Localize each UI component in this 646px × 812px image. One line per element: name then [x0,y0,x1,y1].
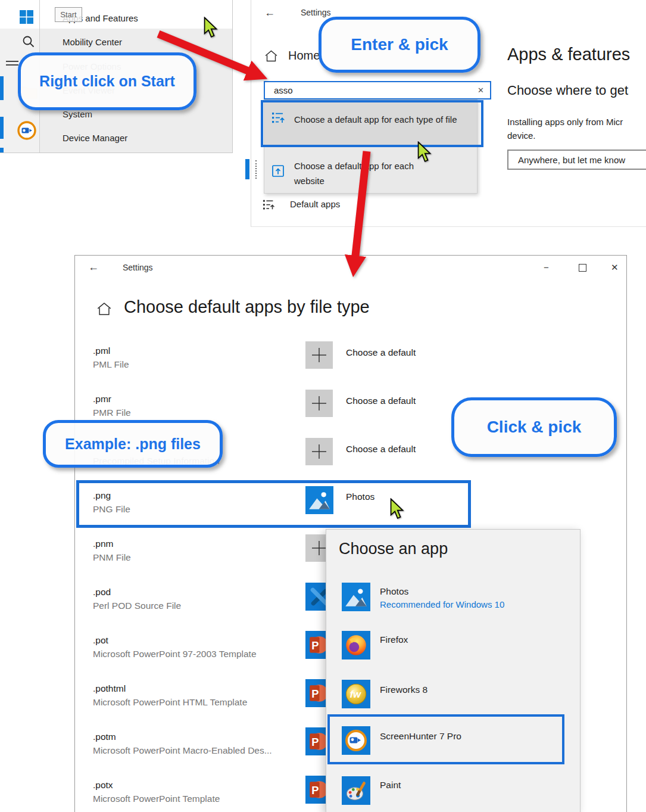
choose-default-button[interactable] [305,438,333,465]
app-option-photos-note: Recommended for Windows 10 [380,599,504,609]
back-arrow[interactable]: ← [264,7,275,19]
close-button[interactable]: ✕ [611,262,619,273]
app-option-paint[interactable]: Paint [380,780,401,791]
callout-right-click-start: Right click on Start [18,52,196,110]
menu-item-system[interactable]: System [63,109,92,119]
home-icon [96,301,112,316]
app-option-fireworks[interactable]: Fireworks 8 [380,685,427,695]
app-option-photos[interactable]: Photos [380,586,408,597]
choose-app-popup: Choose an app Photos Recommended for Win… [326,529,581,812]
filetype-desc: PML File [93,359,129,370]
focus-outline [255,160,257,179]
hamburger-icon[interactable] [6,61,19,68]
search-result-file-type-label[interactable]: Choose a default app for each type of fi… [294,112,467,127]
firefox-app-icon[interactable] [342,631,370,659]
taskbar-accent-bar [0,148,4,153]
choose-default-label[interactable]: Choose a default [346,396,416,406]
filetype-desc: Microsoft PowerPoint HTML Template [93,697,247,708]
callout-click-pick: Click & pick [451,397,617,457]
home-icon[interactable] [264,49,278,63]
filetype-ext: .potm [93,732,116,742]
window-title: Settings [123,263,153,272]
filetype-ext: .pnm [93,539,113,549]
menu-item-device-manager[interactable]: Device Manager [63,133,127,143]
choose-where-subheading: Choose where to get [507,83,628,98]
menu-item-mobility-center[interactable]: Mobility Center [63,37,122,47]
svg-text:fw: fw [350,689,362,700]
filetype-ext: .pml [93,346,110,356]
svg-text:P: P [311,784,319,797]
filetype-desc: Microsoft PowerPoint Template [93,794,220,804]
maximize-button[interactable] [579,264,586,272]
default-apps-file-icon [271,111,286,125]
app-source-select-value: Anywhere, but let me know [518,155,625,165]
photos-app-icon[interactable] [342,583,370,611]
choose-default-label[interactable]: Choose a default [346,444,416,455]
choose-default-label[interactable]: Choose a default [346,347,416,358]
nav-selected-indicator [245,159,249,179]
filetype-ext: .pod [93,587,111,598]
default-apps-icon [263,198,276,211]
search-icon[interactable] [22,35,35,48]
installing-apps-text2: device. [507,130,536,141]
search-value: asso [274,85,478,95]
taskbar-accent-bar [0,117,4,139]
svg-text:P: P [311,736,319,748]
mouse-cursor [417,141,432,163]
window-title: Settings [301,8,331,17]
choose-default-button[interactable] [305,390,333,417]
filetype-desc: Microsoft PowerPoint 97-2003 Template [93,649,257,659]
filetype-ext: .pothtml [93,683,126,694]
app-source-select[interactable]: Anywhere, but let me know [507,150,646,170]
filetype-ext: .potx [93,780,113,791]
filetype-ext: .pot [93,635,108,646]
default-apps-label[interactable]: Default apps [290,199,340,209]
apps-features-heading: Apps & features [507,45,630,64]
app-option-firefox[interactable]: Firefox [380,634,408,645]
clear-search-icon[interactable]: ✕ [478,86,484,95]
back-arrow[interactable]: ← [88,261,99,273]
mouse-cursor [203,17,219,38]
minimize-button[interactable]: − [544,262,549,272]
home-label[interactable]: Home [288,49,320,63]
start-tooltip: Start [55,7,82,22]
filetype-desc: Perl POD Source File [93,601,181,611]
page-title: Choose default apps by file type [124,297,370,317]
choose-default-button[interactable] [305,341,333,369]
filetype-desc: Microsoft PowerPoint Macro-Enabled Des..… [93,745,272,756]
fireworks-app-icon[interactable]: fw [342,680,370,708]
start-button-icon[interactable] [20,10,33,24]
popup-title: Choose an app [339,540,448,558]
highlight-box-png-row [76,480,471,528]
installing-apps-text: Installing apps only from Micr [507,117,623,127]
paint-app-icon[interactable] [342,776,370,805]
settings-search-input[interactable]: asso ✕ [264,81,491,99]
mouse-cursor [389,498,405,519]
filetype-desc: PNM File [93,552,131,563]
highlight-box-screenhunter [327,714,564,764]
search-result-website-label[interactable]: Choose a default app for each website [294,158,437,188]
default-apps-website-icon [271,164,285,178]
screenhunter-taskbar-icon[interactable] [17,120,37,141]
svg-text:P: P [311,687,319,700]
callout-example-png: Example: .png files [43,420,223,468]
callout-enter-pick: Enter & pick [319,17,480,73]
svg-text:P: P [311,639,319,652]
taskbar-accent-bar [0,76,4,100]
filetype-desc: PMR File [93,407,131,418]
filetype-ext: .pmr [93,394,111,405]
